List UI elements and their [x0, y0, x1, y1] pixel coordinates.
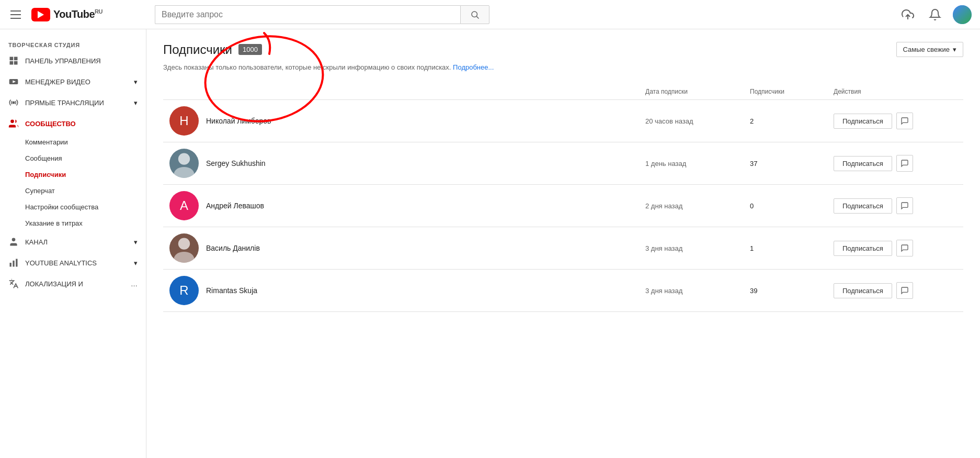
- message-button-1[interactable]: [896, 113, 913, 129]
- youtube-logo-icon: [31, 8, 50, 21]
- th-spacer: [932, 84, 963, 100]
- sidebar-item-analytics[interactable]: YOUTUBE ANALYTICS ▾: [0, 252, 146, 273]
- person-icon: [8, 237, 19, 247]
- sidebar-item-localization[interactable]: ЛОКАЛИЗАЦИЯ И …: [0, 273, 146, 294]
- user-name-4[interactable]: Василь Данилів: [206, 244, 260, 252]
- nav-right: [898, 5, 972, 24]
- sort-label: Самые свежие: [903, 46, 950, 53]
- layout: ТВОРЧЕСКАЯ СТУДИЯ ПАНЕЛЬ УПРАВЛЕНИЯ МЕНЕ…: [0, 29, 980, 458]
- sidebar-label-video: МЕНЕДЖЕР ВИДЕО: [25, 78, 128, 86]
- chevron-down-sort-icon: ▾: [953, 46, 956, 53]
- chevron-down-icon-analytics: ▾: [134, 259, 138, 267]
- message-icon: [901, 159, 909, 167]
- sidebar-label-localization: ЛОКАЛИЗАЦИЯ И: [25, 280, 124, 288]
- sidebar-sub-messages[interactable]: Сообщения: [0, 150, 146, 166]
- chevron-down-icon: ▾: [134, 78, 138, 86]
- svg-point-17: [178, 238, 190, 249]
- subscribe-button-4[interactable]: Подписаться: [834, 241, 892, 256]
- info-link[interactable]: Подробнее...: [453, 63, 494, 71]
- subscribe-button-5[interactable]: Подписаться: [834, 283, 892, 298]
- subscribers-table: Дата подписки Подписчики Действия Н Нико…: [163, 84, 963, 312]
- user-avatar[interactable]: [953, 5, 972, 24]
- table-row: Василь Данилів 3 дня назад 1 Подписаться: [163, 227, 963, 270]
- subs-count-5: 39: [744, 270, 827, 312]
- date-cell-4: 3 дня назад: [639, 227, 744, 270]
- subscribe-button-3[interactable]: Подписаться: [834, 198, 892, 214]
- sidebar-label-dashboard: ПАНЕЛЬ УПРАВЛЕНИЯ: [25, 57, 138, 65]
- notifications-button[interactable]: [926, 5, 944, 24]
- svg-point-0: [472, 12, 477, 17]
- message-icon: [901, 286, 909, 295]
- table-row: R Rimantas Skuja 3 дня назад 39 Подписат…: [163, 270, 963, 312]
- bar-chart-icon: [8, 258, 19, 268]
- upload-button[interactable]: [898, 5, 917, 24]
- message-icon: [901, 117, 909, 125]
- page-title: Подписчики: [163, 42, 232, 57]
- table-row: Sergey Sukhushin 1 день назад 37 Подписа…: [163, 142, 963, 185]
- sidebar-sub-community-settings[interactable]: Настройки сообщества: [0, 199, 146, 215]
- user-cell-5: R Rimantas Skuja: [163, 270, 639, 312]
- date-cell-5: 3 дня назад: [639, 270, 744, 312]
- message-button-4[interactable]: [896, 240, 913, 256]
- svg-point-18: [174, 252, 194, 263]
- sidebar-item-live[interactable]: ПРЯМЫЕ ТРАНСЛЯЦИИ ▾: [0, 92, 146, 113]
- subscribe-button-1[interactable]: Подписаться: [834, 114, 892, 129]
- user-name-5[interactable]: Rimantas Skuja: [206, 286, 257, 295]
- sort-dropdown[interactable]: Самые свежие ▾: [896, 42, 963, 57]
- logo[interactable]: YouTubeRU: [31, 8, 102, 21]
- sidebar-item-dashboard[interactable]: ПАНЕЛЬ УПРАВЛЕНИЯ: [0, 50, 146, 71]
- svg-rect-3: [10, 57, 14, 61]
- user-avatar-photo: [169, 233, 199, 263]
- date-cell-1: 20 часов назад: [639, 100, 744, 142]
- actions-cell-2: Подписаться: [827, 142, 932, 185]
- user-cell-2: Sergey Sukhushin: [163, 142, 639, 185]
- user-name-3[interactable]: Андрей Левашов: [206, 202, 264, 210]
- chevron-down-icon-localization: …: [131, 280, 138, 288]
- people-icon: [8, 118, 19, 129]
- search-area: [155, 5, 489, 24]
- search-button[interactable]: [460, 5, 489, 24]
- sidebar-item-community[interactable]: СООБЩЕСТВО: [0, 113, 146, 134]
- svg-rect-4: [14, 57, 18, 61]
- sidebar-label-community: СООБЩЕСТВО: [25, 120, 138, 128]
- user-avatar-photo: [169, 149, 199, 178]
- sidebar-sub-comments[interactable]: Комментарии: [0, 134, 146, 150]
- sidebar-item-channel[interactable]: КАНАЛ ▾: [0, 231, 146, 252]
- user-avatar-letter: А: [169, 191, 199, 220]
- subscribe-button-2[interactable]: Подписаться: [834, 156, 892, 171]
- table-row: Н Николай Лимберов 20 часов назад 2 Подп…: [163, 100, 963, 142]
- top-nav: YouTubeRU: [0, 0, 980, 29]
- sidebar-sub-superchat[interactable]: Суперчат: [0, 183, 146, 199]
- sidebar: ТВОРЧЕСКАЯ СТУДИЯ ПАНЕЛЬ УПРАВЛЕНИЯ МЕНЕ…: [0, 29, 146, 458]
- svg-point-16: [174, 167, 194, 178]
- sidebar-sub-subscribers[interactable]: Подписчики: [0, 166, 146, 183]
- message-button-2[interactable]: [896, 155, 913, 172]
- info-text: Здесь показаны только пользователи, кото…: [163, 63, 963, 71]
- svg-point-11: [12, 238, 16, 242]
- user-name-2[interactable]: Sergey Sukhushin: [206, 159, 266, 167]
- svg-rect-12: [10, 263, 12, 267]
- user-avatar-letter: R: [169, 276, 199, 305]
- th-subs: Подписчики: [744, 84, 827, 100]
- date-cell-2: 1 день назад: [639, 142, 744, 185]
- search-input[interactable]: [155, 5, 460, 24]
- user-name-1[interactable]: Николай Лимберов: [206, 117, 271, 125]
- page-header-left: Подписчики 1000: [163, 42, 262, 57]
- hamburger-menu[interactable]: [8, 8, 23, 21]
- svg-rect-6: [14, 61, 18, 65]
- film-icon: [8, 76, 19, 87]
- sidebar-sub-credits[interactable]: Указание в титрах: [0, 215, 146, 231]
- message-icon: [901, 244, 909, 252]
- subs-count-3: 0: [744, 185, 827, 227]
- radio-icon: [8, 97, 19, 108]
- table-header: Дата подписки Подписчики Действия: [163, 84, 963, 100]
- bell-icon: [929, 8, 941, 21]
- sidebar-item-video[interactable]: МЕНЕДЖЕР ВИДЕО ▾: [0, 71, 146, 92]
- user-avatar-letter: Н: [169, 106, 199, 136]
- th-subscriber: [163, 84, 639, 100]
- actions-cell-3: Подписаться: [827, 185, 932, 227]
- message-button-5[interactable]: [896, 282, 913, 299]
- message-button-3[interactable]: [896, 197, 913, 214]
- user-cell-1: Н Николай Лимберов: [163, 100, 639, 142]
- chevron-down-icon-live: ▾: [134, 99, 138, 107]
